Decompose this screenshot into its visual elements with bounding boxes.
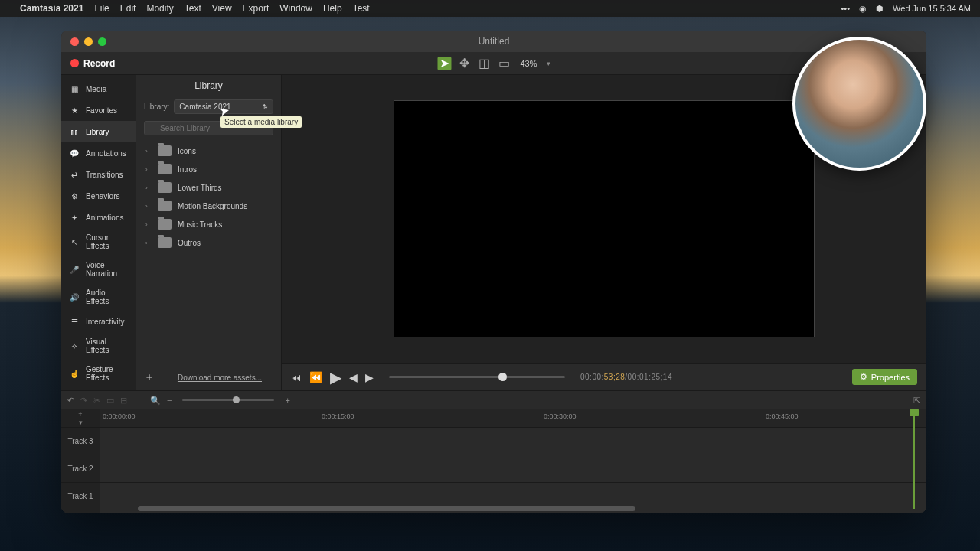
menu-edit[interactable]: Edit <box>120 3 136 14</box>
library-icon: ⫿⫿ <box>69 126 80 137</box>
menu-text[interactable]: Text <box>185 3 201 14</box>
sidebar-item-favorites[interactable]: ★Favorites <box>61 99 136 121</box>
status-icon-1[interactable]: ••• <box>841 4 851 13</box>
record-button[interactable]: Record <box>70 58 115 69</box>
folder-icon <box>158 237 172 248</box>
sidebar-label: Transitions <box>86 171 123 179</box>
sidebar-item-library[interactable]: ⫿⫿Library <box>61 121 136 142</box>
zoom-knob[interactable] <box>233 396 240 403</box>
app-name[interactable]: Camtasia 2021 <box>20 3 83 14</box>
add-track-button[interactable]: +▾ <box>61 409 100 428</box>
folder-icon <box>158 164 172 174</box>
track-row[interactable] <box>100 455 926 483</box>
chevron-right-icon: › <box>145 166 152 173</box>
sidebar-item-transitions[interactable]: ⇄Transitions <box>61 164 136 185</box>
edit-tool-button[interactable]: ➤ <box>437 57 451 70</box>
step-back-button[interactable]: ⏪ <box>309 371 322 383</box>
timeline-scrollbar[interactable] <box>138 506 635 511</box>
timeline-ruler[interactable]: 0:00:00:00 0:00:15:00 0:00:30:00 0:00:45… <box>100 409 926 428</box>
sidebar-label: Cursor Effects <box>86 233 129 250</box>
library-dropdown[interactable]: Camtasia 2021 ⇅ <box>174 99 273 114</box>
folder-label: Icons <box>178 147 196 155</box>
plus-icon[interactable]: + <box>285 396 289 405</box>
next-frame-button[interactable]: ▶ <box>365 371 374 383</box>
cursor-icon: ↖ <box>69 236 80 247</box>
interactivity-icon: ☰ <box>69 316 80 327</box>
folder-item[interactable]: ›Intros <box>141 160 276 178</box>
menu-test[interactable]: Test <box>353 3 370 14</box>
prev-clip-button[interactable]: ⏮ <box>291 371 302 383</box>
folder-icon <box>158 182 172 193</box>
zoom-dropdown-icon[interactable]: ▾ <box>547 60 550 67</box>
menu-export[interactable]: Export <box>243 3 270 14</box>
crop-tool-button[interactable]: ◫ <box>477 57 491 70</box>
menu-window[interactable]: Window <box>279 3 312 14</box>
sidebar-item-annotations[interactable]: 💬Annotations <box>61 142 136 164</box>
playback-controls: ⏮ ⏪ ▶ ◀ ▶ 00:00:53;28/00:01:25;14 ⚙ Prop… <box>282 363 926 390</box>
ruler-tick: 0:00:15:00 <box>322 412 354 420</box>
folder-item[interactable]: ›Music Tracks <box>141 215 276 233</box>
device-frame-button[interactable]: ▭ <box>497 57 511 70</box>
track-header[interactable]: Track 2 <box>61 455 100 483</box>
playback-scrubber[interactable] <box>389 376 565 378</box>
properties-button[interactable]: ⚙ Properties <box>852 369 917 385</box>
folder-item[interactable]: ›Icons <box>141 142 276 160</box>
menu-modify[interactable]: Modify <box>146 3 173 14</box>
sidebar-item-interactivity[interactable]: ☰Interactivity <box>61 311 136 332</box>
detach-timeline-button[interactable]: ⇱ <box>913 396 920 406</box>
add-library-button[interactable]: ＋ <box>144 370 155 384</box>
menu-help[interactable]: Help <box>323 3 342 14</box>
menu-view[interactable]: View <box>212 3 232 14</box>
window-close-button[interactable] <box>70 37 79 46</box>
sidebar-label: Interactivity <box>86 318 125 326</box>
video-canvas[interactable] <box>394 100 815 337</box>
folder-item[interactable]: ›Lower Thirds <box>141 178 276 197</box>
sidebar-item-animations[interactable]: ✦Animations <box>61 207 136 228</box>
zoom-percent[interactable]: 43% <box>520 59 537 68</box>
sidebar-label: Animations <box>86 214 123 222</box>
sidebar-item-gesture-effects[interactable]: ☝Gesture Effects <box>61 360 136 387</box>
status-icon-2[interactable]: ◉ <box>859 4 867 14</box>
minus-icon[interactable]: − <box>167 396 172 405</box>
app-toolbar: Record ➤ ✥ ◫ ▭ 43% ▾ <box>61 52 926 75</box>
folder-icon <box>158 145 172 156</box>
timeline-zoom-slider[interactable] <box>182 399 274 401</box>
track-row[interactable] <box>100 428 926 455</box>
menu-file[interactable]: File <box>94 3 109 14</box>
folder-label: Music Tracks <box>178 220 222 229</box>
status-icon-3[interactable]: ⬢ <box>876 4 884 14</box>
zoom-out-icon[interactable]: 🔍 <box>150 396 161 406</box>
playhead[interactable] <box>913 409 915 509</box>
chevron-right-icon: › <box>145 221 152 228</box>
sidebar-label: Favorites <box>86 106 117 115</box>
behaviors-icon: ⚙ <box>69 191 80 201</box>
copy-button[interactable]: ▭ <box>106 396 114 406</box>
sidebar-item-visual-effects[interactable]: ✧Visual Effects <box>61 332 136 360</box>
play-button[interactable]: ▶ <box>330 368 341 386</box>
download-assets-link[interactable]: Download more assets... <box>178 373 262 382</box>
macos-menubar: Camtasia 2021 File Edit Modify Text View… <box>0 0 980 17</box>
track-header[interactable]: Track 1 <box>61 483 100 510</box>
pan-tool-button[interactable]: ✥ <box>457 57 471 70</box>
menubar-datetime[interactable]: Wed Jun 15 5:34 AM <box>893 4 971 13</box>
folder-item[interactable]: ›Motion Backgrounds <box>141 197 276 215</box>
visual-icon: ✧ <box>69 341 80 351</box>
prev-frame-button[interactable]: ◀ <box>349 371 358 383</box>
window-minimize-button[interactable] <box>84 37 93 46</box>
sidebar-item-behaviors[interactable]: ⚙Behaviors <box>61 185 136 207</box>
redo-button[interactable]: ↷ <box>80 396 87 406</box>
cut-button[interactable]: ✂ <box>93 396 100 406</box>
sidebar-item-media[interactable]: ▦Media <box>61 78 136 99</box>
track-header[interactable]: Track 3 <box>61 428 100 455</box>
window-maximize-button[interactable] <box>98 37 106 46</box>
library-selected: Camtasia 2021 <box>179 103 230 111</box>
sidebar-item-audio-effects[interactable]: 🔊Audio Effects <box>61 283 136 311</box>
sidebar-item-cursor-effects[interactable]: ↖Cursor Effects <box>61 228 136 256</box>
timeline-tracks-area[interactable]: 0:00:00:00 0:00:15:00 0:00:30:00 0:00:45… <box>100 409 926 513</box>
folder-item[interactable]: ›Outros <box>141 233 276 252</box>
split-button[interactable]: ⊟ <box>120 396 127 406</box>
sidebar-item-voice-narration[interactable]: 🎤Voice Narration <box>61 256 136 283</box>
scrubber-knob[interactable] <box>498 373 507 381</box>
folder-icon <box>158 219 172 230</box>
undo-button[interactable]: ↶ <box>67 396 74 406</box>
